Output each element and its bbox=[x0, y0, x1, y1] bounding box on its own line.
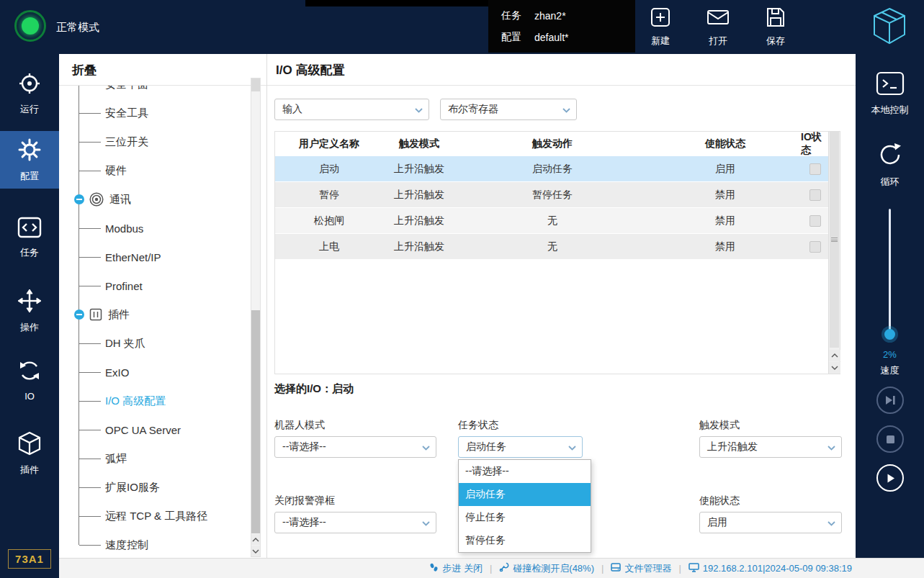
tree-item-modbus[interactable]: Modbus bbox=[59, 214, 249, 243]
chevron-down-icon bbox=[827, 521, 835, 526]
menu-option-pause-task[interactable]: 暂停任务 bbox=[459, 529, 591, 552]
task-state-select[interactable]: 启动任务 bbox=[458, 436, 583, 458]
table-row-brake-release[interactable]: 松抱闸 上升沿触发 无 禁用 bbox=[275, 208, 829, 233]
sidebar-item-plugin[interactable]: 插件 bbox=[0, 425, 59, 482]
mode-label: 正常模式 bbox=[56, 21, 99, 35]
plugin-icon bbox=[18, 431, 41, 459]
drive-icon bbox=[611, 563, 621, 574]
io-state-checkbox[interactable] bbox=[809, 241, 821, 253]
speed-slider-thumb[interactable] bbox=[884, 329, 895, 340]
collision-detection-status[interactable]: 碰撞检测开启(48%) bbox=[499, 562, 594, 575]
tree-item-plugin[interactable]: 插件 bbox=[59, 300, 249, 329]
tree-item-io-advanced-config[interactable]: I/O 高级配置 bbox=[59, 387, 249, 415]
tree-item-ethernet-ip[interactable]: EtherNet/IP bbox=[59, 243, 249, 271]
config-value[interactable]: default* bbox=[534, 32, 568, 43]
collapse-minus-icon[interactable] bbox=[74, 310, 84, 320]
table-row-power-on[interactable]: 上电 上升沿触发 无 禁用 bbox=[275, 234, 829, 259]
table-scrollbar-thumb[interactable] bbox=[830, 132, 839, 348]
page-title: I/O 高级配置 bbox=[276, 62, 344, 78]
scroll-down-icon[interactable] bbox=[829, 362, 840, 374]
task-icon bbox=[17, 217, 42, 241]
tree-item-profinet[interactable]: Profinet bbox=[59, 271, 249, 300]
chevron-down-icon bbox=[562, 108, 570, 113]
separator: | bbox=[678, 563, 681, 574]
tree-item-communication[interactable]: 通讯 bbox=[59, 185, 249, 214]
task-value[interactable]: zhan2* bbox=[534, 10, 566, 22]
menu-option-stop-task[interactable]: 停止任务 bbox=[459, 506, 591, 529]
mode-indicator-icon bbox=[14, 10, 46, 42]
step-mode-status[interactable]: 步进 关闭 bbox=[429, 562, 483, 575]
chevron-down-icon bbox=[422, 446, 430, 451]
table-row-pause[interactable]: 暂停 上升沿触发 暂停任务 禁用 bbox=[275, 182, 829, 207]
new-button[interactable]: 新建 bbox=[637, 6, 684, 48]
scroll-up-icon[interactable] bbox=[829, 350, 840, 361]
operate-icon bbox=[17, 289, 42, 316]
tree-item-hardware[interactable]: 硬件 bbox=[59, 156, 249, 185]
io-state-checkbox[interactable] bbox=[809, 163, 821, 175]
play-button[interactable] bbox=[876, 464, 904, 492]
run-icon bbox=[18, 72, 41, 98]
file-manager-button[interactable]: 文件管理器 bbox=[611, 562, 671, 575]
top-bar: 正常模式 任务 zhan2* 配置 default* 新建 打开 bbox=[0, 0, 924, 54]
menu-option-start-task[interactable]: 启动任务 bbox=[459, 483, 591, 506]
divider bbox=[267, 85, 856, 86]
stop-button[interactable] bbox=[876, 425, 904, 453]
sidebar-item-task[interactable]: 任务 bbox=[0, 209, 59, 266]
tree-item-three-position-switch[interactable]: 三位开关 bbox=[59, 127, 249, 156]
column-header: 触发动作 bbox=[455, 137, 650, 150]
open-button[interactable]: 打开 bbox=[694, 6, 742, 48]
comm-icon bbox=[89, 192, 104, 207]
tree-item-safety-plane[interactable]: 安全平面 bbox=[59, 86, 249, 99]
collapse-minus-icon[interactable] bbox=[74, 194, 84, 204]
task-label: 任务 bbox=[501, 9, 524, 22]
robot-mode-select[interactable]: --请选择-- bbox=[274, 436, 436, 458]
tree-item-extended-io-service[interactable]: 扩展IO服务 bbox=[59, 473, 249, 502]
speed-slider[interactable] bbox=[889, 209, 891, 335]
tree-item-safety-tool[interactable]: 安全工具 bbox=[59, 99, 249, 127]
trigger-mode-select[interactable]: 上升沿触发 bbox=[699, 436, 842, 458]
speed-percent: 2% bbox=[856, 349, 924, 360]
tree-scrollbar-thumb[interactable] bbox=[251, 310, 260, 533]
table-header-row: 用户定义名称 触发模式 触发动作 使能状态 IO状态 bbox=[275, 132, 840, 156]
config-icon bbox=[17, 137, 42, 165]
local-control-button[interactable]: 本地控制 bbox=[856, 71, 924, 117]
sidebar-item-run[interactable]: 运行 bbox=[0, 65, 59, 122]
io-icon bbox=[17, 358, 42, 386]
io-type-select[interactable]: 输入 bbox=[274, 99, 429, 120]
skip-to-end-button[interactable] bbox=[876, 387, 904, 414]
register-type-select[interactable]: 布尔寄存器 bbox=[440, 99, 577, 120]
loop-button[interactable]: 循环 bbox=[856, 142, 924, 189]
tree-item-dh-gripper[interactable]: DH 夹爪 bbox=[59, 329, 249, 358]
scroll-up-icon[interactable] bbox=[251, 534, 260, 545]
status-bar: 步进 关闭 | 碰撞检测开启(48%) | 文件管理器 | 192.168.2.… bbox=[59, 558, 924, 578]
io-state-checkbox[interactable] bbox=[809, 189, 821, 201]
sidebar-item-operate[interactable]: 操作 bbox=[0, 282, 59, 340]
tree-scrollbar[interactable] bbox=[251, 78, 261, 557]
task-state-label: 任务状态 bbox=[458, 419, 498, 432]
tree-item-speed-control[interactable]: 速度控制 bbox=[59, 530, 249, 558]
scroll-down-icon[interactable] bbox=[251, 546, 260, 556]
menu-option-placeholder[interactable]: --请选择-- bbox=[459, 460, 591, 483]
tree-item-opc-ua-server[interactable]: OPC UA Server bbox=[59, 415, 249, 444]
selected-io-label: 选择的I/O：启动 bbox=[274, 382, 354, 396]
tree-collapse-title[interactable]: 折叠 bbox=[72, 62, 97, 78]
enable-state-select[interactable]: 启用 bbox=[699, 512, 842, 533]
sidebar-item-io[interactable]: IO bbox=[0, 351, 59, 409]
network-datetime-status[interactable]: 192.168.2.101|2024-05-09 09:38:19 bbox=[688, 563, 852, 574]
tree-item-exio[interactable]: ExIO bbox=[59, 358, 249, 387]
tree-item-remote-tcp-tool-path[interactable]: 远程 TCP & 工具路径 bbox=[59, 502, 249, 530]
tree-item-arc-welding[interactable]: 弧焊 bbox=[59, 444, 249, 473]
sidebar-item-config[interactable]: 配置 bbox=[0, 131, 59, 189]
main-content: I/O 高级配置 输入 布尔寄存器 用户定义名称 触发模式 触发动作 使能状态 … bbox=[266, 54, 856, 558]
tree-scrollbar-top[interactable] bbox=[251, 78, 260, 91]
column-header: 触发模式 bbox=[383, 137, 455, 150]
close-alarm-select[interactable]: --请选择-- bbox=[274, 512, 436, 533]
left-sidebar: 运行 配置 bbox=[0, 54, 59, 578]
io-state-checkbox[interactable] bbox=[809, 215, 821, 227]
open-icon bbox=[707, 6, 730, 31]
right-sidebar: 本地控制 循环 2% 速度 bbox=[856, 54, 924, 558]
brand-logo-icon bbox=[869, 5, 910, 50]
table-row-start[interactable]: 启动 上升沿触发 启动任务 启用 bbox=[275, 156, 829, 181]
table-scrollbar[interactable] bbox=[828, 132, 840, 374]
save-button[interactable]: 保存 bbox=[752, 6, 799, 48]
